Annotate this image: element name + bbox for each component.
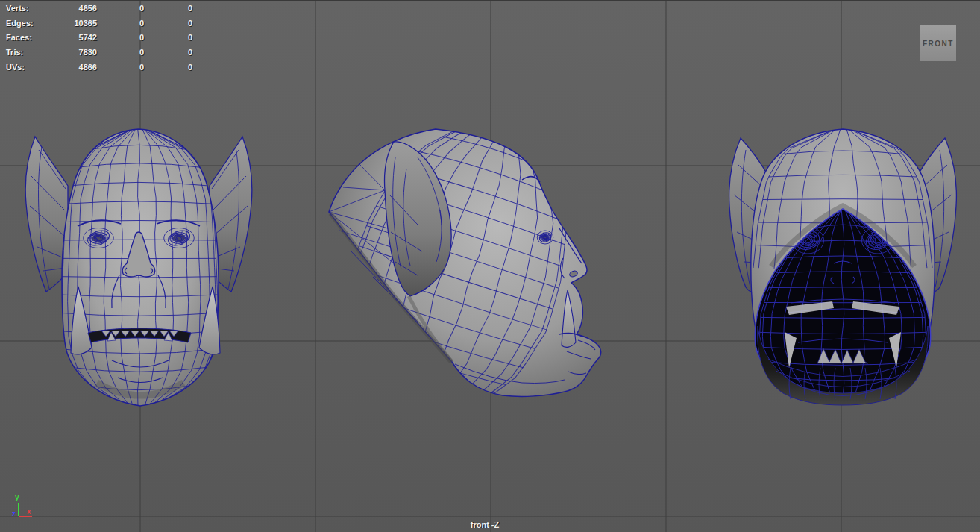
poly-count-col3: 0 (188, 31, 192, 46)
poly-count-total: 4656 (43, 1, 97, 16)
poly-count-label: UVs: (6, 60, 25, 75)
poly-count-total: 4866 (43, 60, 97, 75)
maya-3d-viewport[interactable]: Verts: 4656 0 0 Edges: 10365 0 0 Faces: … (0, 0, 980, 532)
x-axis-line (19, 516, 32, 517)
poly-count-total: 10365 (43, 16, 97, 31)
orc-head-front-view[interactable] (25, 128, 252, 407)
eye-detail (84, 228, 114, 248)
poly-count-row-uvs: UVs: 4866 0 0 (0, 60, 224, 75)
view-cube-front-face[interactable]: FRONT (920, 25, 956, 61)
poly-count-label: Tris: (6, 46, 23, 60)
eye-detail (164, 228, 195, 248)
axis-gizmo: y x z (0, 489, 45, 527)
camera-name-label: front -Z (436, 520, 533, 529)
poly-count-col3: 0 (188, 1, 192, 16)
poly-count-col2: 0 (139, 1, 144, 16)
poly-count-col3: 0 (188, 60, 192, 75)
y-axis-line (18, 503, 19, 516)
z-axis-label: z (12, 510, 16, 518)
poly-count-col2: 0 (139, 31, 144, 46)
poly-count-col2: 0 (139, 60, 144, 75)
poly-count-row-edges: Edges: 10365 0 0 (0, 16, 224, 31)
x-axis-label: x (27, 507, 31, 516)
poly-count-row-tris: Tris: 7830 0 0 (0, 46, 224, 60)
poly-count-col3: 0 (188, 46, 192, 60)
poly-count-label: Verts: (6, 1, 29, 16)
poly-count-label: Faces: (6, 31, 32, 46)
poly-count-total: 7830 (43, 46, 97, 60)
poly-count-row-faces: Faces: 5742 0 0 (0, 31, 224, 46)
orc-head-back-view[interactable] (729, 128, 957, 405)
poly-count-col2: 0 (139, 46, 144, 60)
poly-count-label: Edges: (6, 16, 34, 31)
poly-count-col2: 0 (139, 16, 144, 31)
viewport-canvas[interactable] (0, 1, 980, 532)
poly-count-col3: 0 (188, 16, 192, 31)
poly-count-row-verts: Verts: 4656 0 0 (0, 1, 224, 16)
orc-head-side-view[interactable] (317, 99, 601, 435)
poly-count-hud: Verts: 4656 0 0 Edges: 10365 0 0 Faces: … (0, 1, 224, 75)
y-axis-label: y (15, 493, 19, 501)
poly-count-total: 5742 (43, 31, 97, 46)
eye-detail (537, 231, 553, 244)
